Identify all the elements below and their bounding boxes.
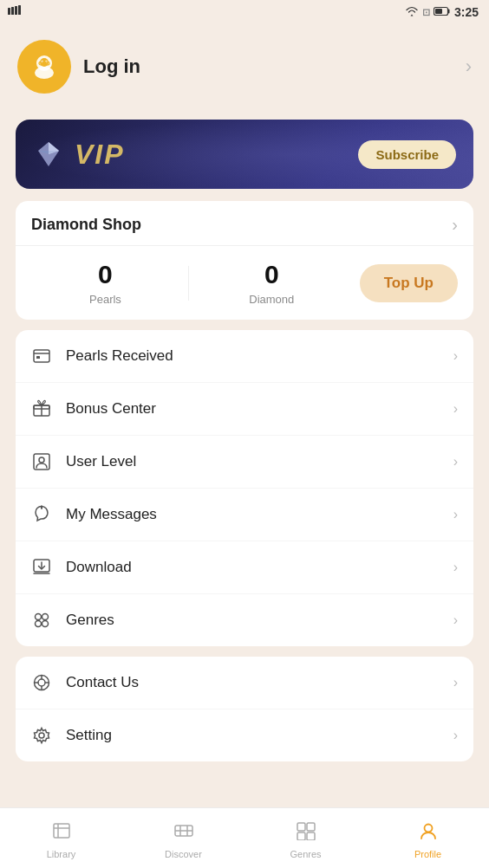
bonus-center-label: Bonus Center [66,400,156,418]
svg-rect-1 [11,7,14,15]
discover-nav-icon [173,821,194,845]
diamond-shop-title: Diamond Shop [31,216,141,234]
pearls-received-label: Pearls Received [66,347,173,365]
contact-us-icon [31,672,52,693]
user-level-chevron-icon: › [453,454,458,470]
download-chevron-icon: › [453,560,458,575]
status-right: ⊡ 3:25 [405,5,479,19]
diamond-value: 0 [198,260,346,289]
svg-rect-19 [34,350,49,362]
setting-icon [31,725,52,746]
my-messages-icon [31,504,52,525]
genres-label: Genres [66,612,114,629]
my-messages-label: My Messages [66,506,157,523]
diamond-label: Diamond [198,293,346,306]
my-messages-chevron-icon: › [453,507,458,522]
currency-divider [188,266,189,301]
download-label: Download [66,559,132,576]
genres-nav-icon [296,821,316,845]
genres-icon [31,610,52,631]
menu-item-left-setting: Setting [31,725,112,746]
nav-item-library[interactable]: Library [0,818,122,859]
menu-item-left-bonus: Bonus Center [31,398,156,419]
time: 3:25 [454,5,479,19]
topup-button[interactable]: Top Up [360,264,458,302]
menu-item-left-level: User Level [31,451,136,472]
pearls-received-icon [31,346,52,366]
vip-text: VIP [75,139,125,171]
svg-point-30 [36,614,42,620]
diamond-shop-card: Diamond Shop › 0 Pearls 0 Diamond Top Up [16,201,473,320]
avatar-icon [27,49,62,84]
discover-nav-label: Discover [165,849,202,859]
avatar [17,40,71,94]
svg-point-11 [35,67,54,79]
menu-item-download[interactable]: Download › [16,541,473,594]
pearls-value: 0 [31,260,179,289]
diamond-item: 0 Diamond [198,260,346,306]
menu-item-left-download: Download [31,557,132,578]
diamond-shop-chevron-icon: › [452,215,458,235]
diamond-shop-header[interactable]: Diamond Shop › [16,201,473,246]
bottom-nav: Library Discover Genres [0,807,489,868]
menu-item-user-level[interactable]: User Level › [16,436,473,489]
login-text: Log in [83,55,140,78]
svg-point-31 [42,614,49,620]
svg-point-35 [38,679,45,686]
menu-item-contact-us[interactable]: Contact Us › [16,657,473,709]
header-area: Log in › [0,24,489,120]
svg-rect-2 [15,6,17,15]
setting-label: Setting [66,727,112,744]
user-level-label: User Level [66,453,136,470]
subscribe-button[interactable]: Subscribe [358,140,456,169]
vip-left: VIP [33,139,125,171]
menu-item-genres[interactable]: Genres › [16,594,473,646]
svg-rect-41 [54,824,69,838]
signal-icon: ⊡ [422,7,430,18]
library-nav-label: Library [47,849,76,859]
menu-item-setting[interactable]: Setting › [16,709,473,761]
svg-point-25 [39,457,44,463]
vip-banner: VIP Subscribe [16,120,473,189]
svg-point-32 [36,621,42,627]
status-left-icon [7,5,23,19]
login-left[interactable]: Log in [17,40,140,94]
svg-rect-49 [307,823,315,831]
menu-item-left-contact: Contact Us [31,672,139,693]
wifi-icon [405,6,419,19]
svg-point-40 [39,733,44,738]
nav-item-profile[interactable]: Profile [367,818,489,859]
pearls-label: Pearls [31,293,179,306]
status-bar: ⊡ 3:25 [0,0,489,24]
menu-item-my-messages[interactable]: My Messages › [16,489,473,541]
login-chevron-icon: › [466,55,472,78]
genres-nav-label: Genres [290,849,321,859]
nav-item-discover[interactable]: Discover [122,818,244,859]
battery-icon [434,6,451,19]
diamond-shop-body: 0 Pearls 0 Diamond Top Up [16,246,473,320]
menu-card: Pearls Received › Bonus Center › [16,330,473,646]
svg-rect-5 [447,9,449,13]
nav-item-genres[interactable]: Genres [244,818,367,859]
bonus-center-chevron-icon: › [453,401,458,417]
pearls-received-chevron-icon: › [453,348,458,364]
menu-item-bonus-center[interactable]: Bonus Center › [16,383,473,436]
download-icon [31,557,52,578]
user-level-icon [31,451,52,472]
svg-point-26 [41,506,42,508]
menu-item-pearls-received[interactable]: Pearls Received › [16,330,473,383]
svg-rect-0 [8,8,10,15]
svg-rect-51 [307,832,315,840]
genres-chevron-icon: › [453,612,458,628]
menu-item-left-messages: My Messages [31,504,157,525]
svg-point-52 [424,824,432,832]
svg-point-33 [42,621,49,627]
contact-us-label: Contact Us [66,674,139,691]
svg-rect-48 [297,823,305,831]
settings-card: Contact Us › Setting › [16,657,473,761]
svg-rect-50 [297,832,305,840]
contact-us-chevron-icon: › [453,675,458,690]
svg-rect-3 [18,5,21,15]
menu-item-left-pearls: Pearls Received [31,346,173,366]
diamond-icon [33,139,64,170]
